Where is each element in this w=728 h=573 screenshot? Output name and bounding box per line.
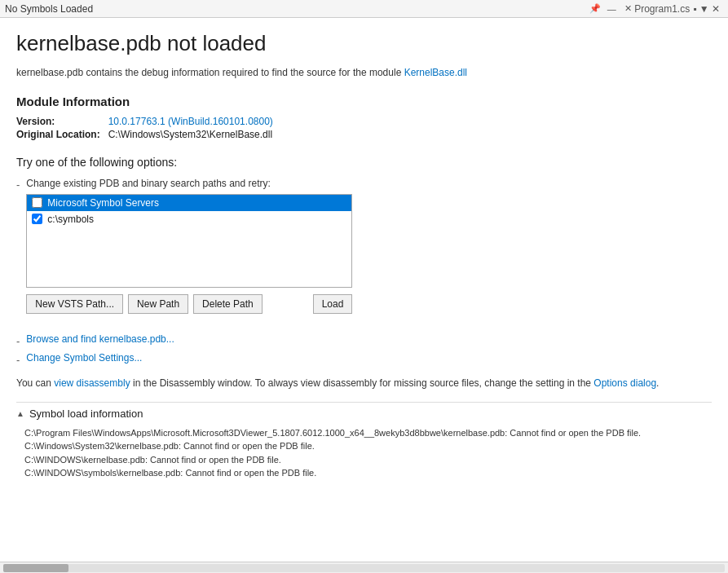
path-label-1: c:\symbols [47,214,94,225]
title-bar-controls: 📌 — ✕ [587,2,634,15]
symbol-section-title: Symbol load information [29,408,143,420]
description-prefix: kernelbase.pdb contains the debug inform… [16,67,404,78]
log-line-1: C:\Windows\System32\kernelbase.pdb: Cann… [24,439,712,453]
view-disassembly-link[interactable]: view disassembly [54,377,130,389]
version-row: Version: 10.0.17763.1 (WinBuild.160101.0… [16,115,273,128]
symbol-section-header[interactable]: ▲ Symbol load information [16,408,712,420]
disassembly-prefix: You can [16,377,54,389]
disassembly-paragraph: You can view disassembly in the Disassem… [16,376,712,390]
module-info-title: Module Information [16,95,712,108]
close-tab-button[interactable]: ✕ [621,2,634,15]
description-text: kernelbase.pdb contains the debug inform… [16,66,712,80]
log-line-0: C:\Program Files\WindowsApps\Microsoft.M… [24,426,712,440]
disassembly-suffix: . [656,377,659,389]
version-link[interactable]: 10.0.17763.1 (WinBuild.160101.0800) [108,116,273,127]
module-name: KernelBase.dll [404,67,467,78]
path-buttons-row: New VSTS Path... New Path Delete Path Lo… [26,294,352,314]
collapse-icon: ▲ [16,409,24,418]
version-label: Version: [16,115,108,128]
path-item-0[interactable]: Microsoft Symbol Servers [27,195,351,211]
location-label: Original Location: [16,128,108,141]
option3-item: - Change Symbol Settings... [16,352,712,366]
disassembly-middle: in the Disassembly window. To always vie… [130,377,594,389]
browse-link[interactable]: Browse and find kernelbase.pdb... [26,333,174,345]
option2-item: - Browse and find kernelbase.pdb... [16,333,712,347]
log-line-2: C:\WINDOWS\kernelbase.pdb: Cannot find o… [24,453,712,467]
main-content: kernelbase.pdb not loaded kernelbase.pdb… [0,18,728,562]
location-row: Original Location: C:\Windows\System32\K… [16,128,273,141]
new-vsts-path-button[interactable]: New VSTS Path... [26,294,123,314]
path-label-0: Microsoft Symbol Servers [47,197,159,209]
file-tab-area: Program1.cs ▪ ▼ ✕ [634,3,723,15]
path-item-1[interactable]: c:\symbols [27,211,351,227]
new-path-button[interactable]: New Path [128,294,188,314]
module-info-table: Version: 10.0.17763.1 (WinBuild.160101.0… [16,115,273,141]
pin-button[interactable]: 📌 [589,2,602,15]
load-button[interactable]: Load [313,294,353,314]
option1-item: - Change existing PDB and binary search … [16,177,712,327]
title-bar-label: No Symbols Loaded [5,3,587,15]
dash2: - [16,335,20,347]
file-controls: ▪ ▼ ✕ [693,3,720,15]
version-value: 10.0.17763.1 (WinBuild.160101.0800) [108,115,273,128]
options-dialog-link[interactable]: Options dialog [593,377,656,389]
page-title: kernelbase.pdb not loaded [16,31,712,56]
bottom-scrollbar-bar [0,562,728,573]
dash1: - [16,179,20,191]
path-list[interactable]: Microsoft Symbol Servers c:\symbols [26,194,352,288]
module-info-section: Module Information Version: 10.0.17763.1… [16,95,712,141]
path-checkbox-0[interactable] [32,197,42,208]
symbol-settings-link[interactable]: Change Symbol Settings... [26,352,142,364]
horizontal-scrollbar[interactable] [3,564,725,572]
symbol-log: C:\Program Files\WindowsApps\Microsoft.M… [16,426,712,480]
file-tab-label[interactable]: Program1.cs [634,3,690,15]
title-bar: No Symbols Loaded 📌 — ✕ Program1.cs ▪ ▼ … [0,0,728,18]
options-title: Try one of the following options: [16,156,712,169]
options-section: Try one of the following options: - Chan… [16,156,712,366]
dash3: - [16,354,20,366]
delete-path-button[interactable]: Delete Path [193,294,263,314]
scrollbar-thumb[interactable] [3,564,68,572]
log-line-3: C:\WINDOWS\symbols\kernelbase.pdb: Canno… [24,466,712,480]
symbol-section: ▲ Symbol load information C:\Program Fil… [16,402,712,480]
path-checkbox-1[interactable] [32,214,42,224]
option1-label: Change existing PDB and binary search pa… [26,178,271,189]
minimize-button[interactable]: — [605,2,618,15]
option1-content: Change existing PDB and binary search pa… [26,177,352,327]
location-value: C:\Windows\System32\KernelBase.dll [108,128,273,141]
